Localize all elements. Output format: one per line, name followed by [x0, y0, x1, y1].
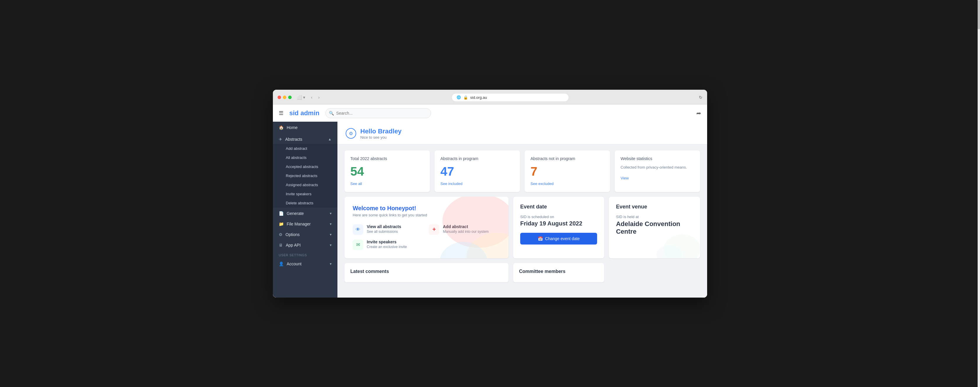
chevron-down-account-icon: ▾: [330, 262, 332, 266]
logo-text: sid: [289, 109, 301, 117]
sidebar-section-abstracts[interactable]: ✈ Abstracts ▲: [273, 133, 337, 144]
sidebar-item-accepted-abstracts[interactable]: Accepted abstracts: [273, 162, 337, 171]
view-abstracts-desc: See all submissions: [367, 230, 401, 234]
event-venue-card: Event venue SID is held at Adelaide Conv…: [609, 197, 700, 258]
sidebar-item-home-label: Home: [287, 125, 298, 130]
stat-card-in-program: Abstracts in program 47 See included: [434, 151, 520, 192]
stat-website-title: Website statistics: [620, 156, 694, 161]
svg-point-3: [663, 234, 700, 258]
sidebar-section-file-manager[interactable]: 📁 File Manager ▾: [273, 218, 337, 229]
event-date-value: Friday 19 August 2022: [520, 220, 597, 227]
page-greeting: Hello Bradley: [360, 127, 402, 135]
lock-icon: 🔒: [463, 95, 468, 100]
hamburger-button[interactable]: ☰: [279, 110, 283, 116]
stat-total-title: Total 2022 abstracts: [350, 156, 424, 161]
latest-comments-card: Latest comments: [344, 263, 509, 282]
sidebar-abstracts-label: Abstracts: [285, 137, 302, 141]
sidebar-section-generate[interactable]: 📄 Generate ▾: [273, 208, 337, 218]
logout-button[interactable]: ➦: [696, 109, 701, 117]
traffic-light-green[interactable]: [288, 95, 292, 99]
latest-comments-title: Latest comments: [350, 269, 503, 276]
stat-card-website: Website statistics Collected from privac…: [615, 151, 700, 192]
welcome-subtitle: Here are some quick links to get you sta…: [353, 213, 500, 217]
event-date-card: Event date SID is scheduled on Friday 19…: [513, 197, 605, 258]
quick-link-add-abstract[interactable]: + Add abstract Manually add into our sys…: [429, 224, 500, 235]
globe-icon: 🌐: [457, 95, 461, 99]
sidebar-item-all-abstracts[interactable]: All abstracts: [273, 153, 337, 162]
welcome-card: Welcome to Honeypot! Here are some quick…: [344, 197, 509, 258]
traffic-light-red[interactable]: [278, 95, 281, 99]
main-content: ⚙ Hello Bradley Nice to see you Total 20…: [337, 122, 707, 298]
app-api-icon: 🖥: [279, 243, 283, 247]
traffic-light-yellow[interactable]: [283, 95, 286, 99]
chevron-down-api-icon: ▾: [330, 243, 332, 247]
stat-in-program-link[interactable]: See included: [441, 181, 463, 186]
home-icon: 🏠: [279, 125, 284, 130]
quick-links: 👁 View all abstracts See all submissions…: [353, 224, 500, 250]
app-logo: sid admin: [289, 109, 320, 117]
stats-row: Total 2022 abstracts 54 See all Abstract…: [344, 151, 700, 192]
stat-not-in-program-title: Abstracts not in program: [530, 156, 604, 161]
sidebar-options-label: Options: [285, 232, 299, 237]
stat-website-desc: Collected from privacy-oriented means.: [620, 165, 694, 170]
sidebar-section-app-api[interactable]: 🖥 App API ▾: [273, 239, 337, 250]
venue-name: Adelaide Convention Centre: [616, 220, 693, 235]
sidebar-item-rejected-abstracts[interactable]: Rejected abstracts: [273, 171, 337, 180]
welcome-title: Welcome to Honeypot!: [353, 205, 500, 212]
quick-link-view-abstracts[interactable]: 👁 View all abstracts See all submissions: [353, 224, 424, 235]
back-button[interactable]: ‹: [309, 94, 314, 100]
add-abstract-desc: Manually add into our system: [443, 230, 488, 234]
add-abstract-title: Add abstract: [443, 224, 488, 229]
stat-website-link[interactable]: View: [620, 176, 629, 180]
reload-button[interactable]: ↻: [699, 95, 702, 100]
abstracts-submenu: Add abstract All abstracts Accepted abst…: [273, 144, 337, 208]
stat-card-not-in-program: Abstracts not in program 7 See excluded: [525, 151, 610, 192]
page-header: ⚙ Hello Bradley Nice to see you: [337, 122, 707, 144]
top-bar: ☰ sid admin 🔍 ➦: [273, 105, 707, 122]
sidebar-item-add-abstract[interactable]: Add abstract: [273, 144, 337, 153]
chevron-down-file-icon: ▾: [330, 222, 332, 226]
sidebar-item-delete-abstracts[interactable]: Delete abstracts: [273, 198, 337, 208]
committee-members-title: Committee members: [519, 269, 598, 276]
add-abstract-icon: +: [429, 224, 439, 235]
stat-total-link[interactable]: See all: [350, 181, 362, 186]
stat-total-value: 54: [350, 165, 424, 179]
abstracts-icon: ✈: [279, 137, 282, 141]
page-subtitle: Nice to see you: [360, 135, 402, 140]
chevron-down-options-icon: ▾: [330, 233, 332, 236]
change-event-date-button[interactable]: 📅 Change event date: [520, 233, 597, 244]
sidebar-item-assigned-abstracts[interactable]: Assigned abstracts: [273, 180, 337, 189]
sidebar-section-options[interactable]: ⚙ Options ▾: [273, 229, 337, 239]
sidebar-item-invite-speakers[interactable]: Invite speakers: [273, 189, 337, 198]
forward-button[interactable]: ›: [317, 94, 321, 100]
view-abstracts-icon: 👁: [353, 224, 363, 235]
sidebar-generate-label: Generate: [287, 211, 304, 216]
chevron-down-generate-icon: ▾: [330, 211, 332, 216]
sidebar-toggle-btn[interactable]: ⬜ ▾: [295, 94, 307, 100]
quick-link-invite-speakers[interactable]: ✉ Invite speakers Create an exclusive in…: [353, 239, 424, 250]
view-abstracts-title: View all abstracts: [367, 224, 401, 229]
options-icon: ⚙: [279, 232, 283, 237]
invite-speakers-desc: Create an exclusive invite: [367, 245, 407, 249]
stat-not-in-program-value: 7: [530, 165, 604, 179]
event-date-title: Event date: [520, 204, 597, 210]
sidebar: 🏠 Home ✈ Abstracts ▲ Add abstract All ab…: [273, 122, 337, 298]
venue-title: Event venue: [616, 204, 693, 210]
address-bar: 🌐 🔒 sid.org.au: [452, 93, 569, 102]
logo-subtext: admin: [301, 109, 320, 117]
stat-in-program-value: 47: [441, 165, 514, 179]
url-text: sid.org.au: [470, 95, 487, 100]
sidebar-item-home[interactable]: 🏠 Home: [273, 122, 337, 133]
calendar-icon: 📅: [538, 236, 543, 241]
latest-row: Latest comments Committee members: [344, 263, 700, 282]
stat-in-program-title: Abstracts in program: [441, 156, 514, 161]
stat-card-total: Total 2022 abstracts 54 See all: [344, 151, 430, 192]
account-icon: 👤: [279, 262, 284, 266]
content-area: Total 2022 abstracts 54 See all Abstract…: [337, 144, 707, 288]
sidebar-section-account[interactable]: 👤 Account ▾: [273, 258, 337, 268]
search-input[interactable]: [325, 108, 431, 118]
stat-not-in-program-link[interactable]: See excluded: [530, 181, 554, 186]
change-date-label: Change event date: [545, 236, 580, 241]
sidebar-file-manager-label: File Manager: [287, 222, 311, 226]
invite-speakers-icon: ✉: [353, 239, 363, 250]
